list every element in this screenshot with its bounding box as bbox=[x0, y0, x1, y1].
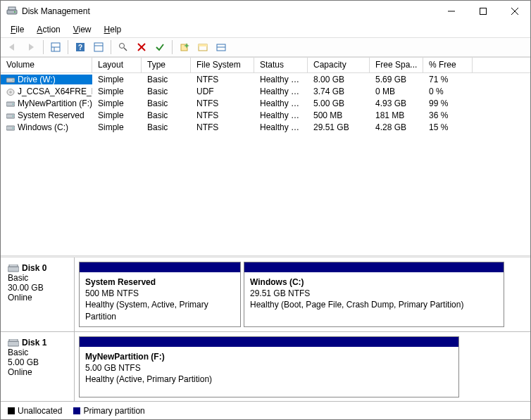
svg-line-15 bbox=[124, 48, 127, 51]
disk-row[interactable]: Disk 0Basic30.00 GBOnlineSystem Reserved… bbox=[1, 257, 530, 332]
menu-help[interactable]: Help bbox=[99, 23, 127, 36]
content-area: Volume Layout Type File System Status Ca… bbox=[1, 57, 530, 419]
view-layout-icon[interactable] bbox=[48, 39, 63, 55]
volume-table-header[interactable]: Volume Layout Type File System Status Ca… bbox=[1, 58, 530, 73]
svg-point-14 bbox=[120, 44, 125, 49]
window-title: Disk Management bbox=[22, 6, 435, 16]
col-freespace[interactable]: Free Spa... bbox=[370, 58, 423, 72]
settings-icon[interactable] bbox=[91, 39, 106, 55]
menubar: File Action View Help bbox=[1, 22, 530, 37]
delete-icon[interactable] bbox=[134, 39, 149, 55]
search-icon[interactable] bbox=[115, 39, 131, 55]
disk-partitions: MyNewPartition (F:)5.00 GB NTFSHealthy (… bbox=[75, 332, 530, 401]
disk-area[interactable]: Disk 0Basic30.00 GBOnlineSystem Reserved… bbox=[1, 257, 530, 401]
svg-rect-35 bbox=[8, 341, 19, 346]
svg-point-1 bbox=[14, 11, 15, 13]
volume-list-pane[interactable]: Volume Layout Type File System Status Ca… bbox=[1, 58, 530, 255]
option1-icon[interactable] bbox=[195, 39, 211, 55]
partition[interactable]: System Reserved500 MB NTFSHealthy (Syste… bbox=[79, 262, 241, 327]
col-capacity[interactable]: Capacity bbox=[308, 58, 370, 72]
disk-label[interactable]: Disk 0Basic30.00 GBOnline bbox=[1, 257, 75, 331]
close-button[interactable] bbox=[499, 1, 530, 22]
volume-row[interactable]: Drive (W:)SimpleBasicNTFSHealthy (A...8.… bbox=[1, 73, 530, 85]
svg-point-24 bbox=[13, 79, 14, 81]
col-status[interactable]: Status bbox=[254, 58, 308, 72]
titlebar[interactable]: Disk Management bbox=[1, 1, 530, 22]
col-pctfree[interactable]: % Free bbox=[423, 58, 473, 72]
menu-file[interactable]: File bbox=[5, 23, 30, 36]
new-icon[interactable] bbox=[177, 39, 192, 55]
svg-rect-4 bbox=[480, 8, 486, 15]
svg-rect-36 bbox=[9, 339, 18, 341]
legend-primary: Primary partition bbox=[83, 406, 144, 416]
svg-rect-34 bbox=[9, 265, 18, 267]
svg-point-26 bbox=[10, 91, 11, 92]
svg-point-30 bbox=[13, 115, 14, 117]
disk-partitions: System Reserved500 MB NTFSHealthy (Syste… bbox=[75, 257, 530, 331]
volume-row[interactable]: MyNewPartition (F:)SimpleBasicNTFSHealth… bbox=[1, 97, 530, 109]
toolbar: ? bbox=[1, 37, 530, 57]
svg-rect-20 bbox=[199, 44, 207, 46]
disk-label[interactable]: Disk 1Basic5.00 GBOnline bbox=[1, 332, 75, 401]
volume-rows: Drive (W:)SimpleBasicNTFSHealthy (A...8.… bbox=[1, 73, 530, 133]
svg-point-32 bbox=[13, 127, 14, 129]
disk-map-pane: Disk 0Basic30.00 GBOnlineSystem Reserved… bbox=[1, 257, 530, 419]
partition[interactable]: MyNewPartition (F:)5.00 GB NTFSHealthy (… bbox=[79, 336, 459, 397]
minimize-button[interactable] bbox=[435, 1, 467, 22]
volume-row[interactable]: System ReservedSimpleBasicNTFSHealthy (S… bbox=[1, 109, 530, 121]
menu-action[interactable]: Action bbox=[31, 23, 65, 36]
check-icon[interactable] bbox=[152, 39, 168, 55]
volume-row[interactable]: J_CCSA_X64FRE_E...SimpleBasicUDFHealthy … bbox=[1, 85, 530, 97]
app-icon bbox=[6, 6, 18, 17]
back-button[interactable] bbox=[5, 39, 20, 55]
help-icon[interactable]: ? bbox=[73, 39, 88, 55]
svg-rect-2 bbox=[8, 7, 15, 10]
legend: Unallocated Primary partition bbox=[1, 401, 530, 419]
legend-swatch-unallocated bbox=[8, 407, 15, 414]
col-volume[interactable]: Volume bbox=[1, 58, 92, 72]
svg-rect-33 bbox=[8, 267, 19, 272]
maximize-button[interactable] bbox=[467, 1, 499, 22]
svg-point-28 bbox=[13, 103, 14, 105]
forward-button[interactable] bbox=[23, 39, 39, 55]
col-filesystem[interactable]: File System bbox=[191, 58, 254, 72]
option2-icon[interactable] bbox=[213, 39, 229, 55]
col-layout[interactable]: Layout bbox=[92, 58, 142, 72]
col-type[interactable]: Type bbox=[142, 58, 191, 72]
menu-view[interactable]: View bbox=[68, 23, 97, 36]
volume-row[interactable]: Windows (C:)SimpleBasicNTFSHealthy (B...… bbox=[1, 121, 530, 133]
partition[interactable]: Windows (C:)29.51 GB NTFSHealthy (Boot, … bbox=[244, 262, 504, 327]
svg-text:?: ? bbox=[78, 44, 82, 51]
disk-row[interactable]: Disk 1Basic5.00 GBOnlineMyNewPartition (… bbox=[1, 332, 530, 401]
legend-unallocated: Unallocated bbox=[18, 406, 62, 416]
legend-swatch-primary bbox=[73, 407, 80, 414]
disk-management-window: Disk Management File Action View Help ? bbox=[0, 0, 531, 420]
svg-rect-12 bbox=[94, 43, 103, 51]
